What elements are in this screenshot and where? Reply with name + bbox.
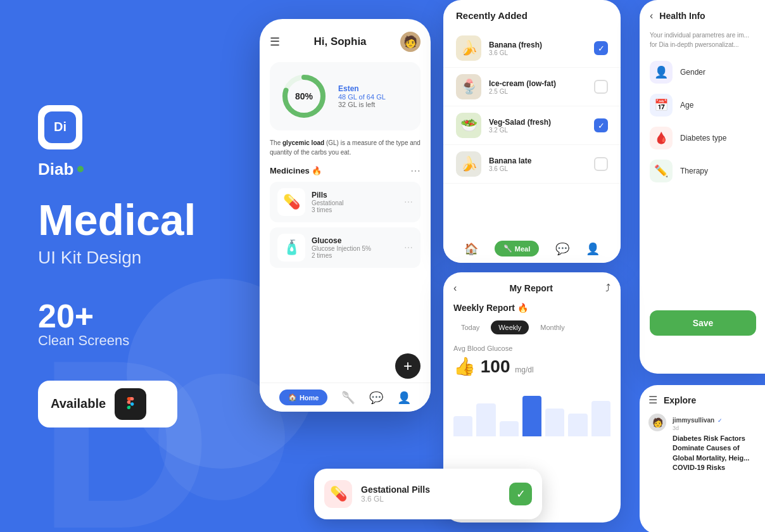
- vegsalad-info: Veg-Salad (fresh) 3.2 GL: [489, 118, 594, 134]
- pill-check-button[interactable]: ✓: [509, 483, 532, 505]
- figma-icon: [115, 388, 146, 420]
- panel-health-info: ‹ Health Info Your individual parametres…: [640, 0, 765, 374]
- donut-chart: 80%: [279, 71, 329, 122]
- tab-monthly[interactable]: Monthly: [533, 320, 572, 334]
- nav-home-button[interactable]: 🏠 Home: [279, 390, 328, 405]
- glucose-icon: 🧴: [277, 234, 305, 262]
- logo-green-dot: [77, 166, 84, 172]
- ra-nav-profile-icon[interactable]: 👤: [586, 242, 600, 256]
- med-card-glucose: 🧴 Glucose Glucose Injection 5% 2 times ⋯: [270, 227, 420, 268]
- age-icon: 📅: [654, 98, 668, 112]
- pill-info: Gestational Pills 3.6 GL: [361, 484, 500, 504]
- recently-added-title: Recently Added: [456, 10, 528, 21]
- age-icon-box: 📅: [650, 94, 673, 117]
- health-title: Health Info: [659, 11, 705, 21]
- more-dots-icon[interactable]: ⋯: [410, 165, 420, 177]
- banana-late-info: Banana late 3.6 GL: [489, 156, 594, 172]
- health-back-row: ‹ Health Info: [650, 10, 756, 22]
- home-icon: 🏠: [288, 393, 297, 402]
- banana-fresh-checkbox[interactable]: ✓: [594, 41, 608, 55]
- diabetes-label: Diabetes type: [680, 134, 726, 142]
- subheadline-ui: UI Kit Design: [38, 248, 241, 268]
- avg-number: 100: [481, 357, 510, 376]
- explore-article: 🧑 jimmysullivan ✓ 3d Diabetes Risk Facto…: [648, 414, 757, 473]
- glucose-med-name: Glucose: [312, 236, 398, 245]
- icecream-info: Ice-cream (low-fat) 2.5 GL: [489, 79, 594, 95]
- phone-main: ☰ Hi, Sophia 🧑 80% Esten 48 GL of 64 GL …: [260, 19, 431, 412]
- vegsalad-img: 🥗: [456, 113, 481, 138]
- app-logo-container: Di: [38, 105, 82, 149]
- article-author-row: jimmysullivan ✓: [673, 414, 757, 425]
- save-button[interactable]: Save: [650, 310, 756, 336]
- pills-more-icon[interactable]: ⋯: [404, 197, 413, 207]
- nav-meal-icon[interactable]: 🥄: [341, 391, 355, 405]
- bar-chart: [453, 386, 610, 436]
- pill-name: Gestational Pills: [361, 484, 500, 495]
- greeting-text: Hi, Sophia: [313, 35, 366, 48]
- recently-added-header: Recently Added: [443, 0, 621, 29]
- nav-profile-icon[interactable]: 👤: [397, 391, 411, 405]
- home-label: Home: [300, 394, 319, 402]
- explore-hamburger-icon[interactable]: ☰: [648, 394, 657, 406]
- verified-badge-icon: ✓: [718, 417, 723, 424]
- pill-gl: 3.6 GL: [361, 495, 500, 504]
- available-text: Available: [51, 396, 106, 411]
- fab-add-button[interactable]: +: [395, 353, 420, 379]
- article-author-name: jimmysullivan: [673, 417, 714, 424]
- panel-recently-added: Recently Added 🍌 Banana (fresh) 3.6 GL ✓…: [443, 0, 621, 263]
- screens-count: 20+: [38, 300, 241, 332]
- explore-header: ☰ Explore: [648, 394, 757, 406]
- glucose-left: 32 GL is left: [338, 101, 412, 108]
- ra-nav-chat-icon[interactable]: 💬: [555, 242, 569, 256]
- diabetes-icon-box: 🩸: [650, 127, 673, 149]
- nav-chat-icon[interactable]: 💬: [369, 391, 383, 405]
- health-back-arrow[interactable]: ‹: [650, 10, 653, 22]
- avg-blood-glucose-label: Avg Blood Glucose: [453, 345, 610, 352]
- meal-label: Meal: [515, 245, 530, 253]
- food-item-icecream: 🍨 Ice-cream (low-fat) 2.5 GL: [443, 68, 621, 106]
- vegsalad-checkbox[interactable]: ✓: [594, 118, 608, 132]
- banana-late-checkbox[interactable]: [594, 157, 608, 171]
- bar-2: [476, 403, 495, 436]
- ra-nav-home-icon[interactable]: 🏠: [464, 242, 478, 256]
- report-share-icon[interactable]: ⤴: [605, 282, 610, 294]
- hamburger-icon[interactable]: ☰: [270, 35, 280, 49]
- medicines-header: Medicines 🔥 ⋯: [270, 165, 420, 177]
- icecream-gl: 2.5 GL: [489, 88, 594, 95]
- tab-today[interactable]: Today: [453, 320, 487, 334]
- meal-button[interactable]: 🥄 Meal: [495, 241, 539, 256]
- recently-added-nav: 🏠 🥄 Meal 💬 👤: [443, 234, 621, 263]
- weekly-report-title: Weekly Report 🔥: [453, 303, 610, 313]
- explore-title: Explore: [664, 395, 696, 405]
- phone-bottom-nav: 🏠 Home 🥄 💬 👤: [260, 383, 431, 412]
- article-title-text: Diabetes Risk Factors Dominate Causes of…: [673, 434, 757, 473]
- report-back-arrow[interactable]: ‹: [453, 282, 457, 294]
- health-item-diabetes: 🩸 Diabetes type: [650, 127, 756, 149]
- food-item-banana-fresh: 🍌 Banana (fresh) 3.6 GL ✓: [443, 29, 621, 68]
- article-time: 3d: [673, 425, 757, 431]
- pills-name: Pills: [312, 191, 398, 200]
- tab-weekly[interactable]: Weekly: [491, 320, 529, 334]
- glucose-percent: 80%: [295, 91, 313, 101]
- icecream-checkbox[interactable]: [594, 80, 608, 94]
- meal-icon: 🥄: [503, 244, 512, 253]
- app-logo-inner: Di: [44, 111, 76, 143]
- glycemic-description: The glycemic load (GL) is a measure of t…: [270, 138, 420, 157]
- med-card-pills: 💊 Pills Gestational 3 times ⋯: [270, 182, 420, 222]
- esten-name: Esten: [338, 84, 412, 93]
- panel-explore: ☰ Explore 🧑 jimmysullivan ✓ 3d Diabetes …: [640, 385, 765, 532]
- food-item-banana-late: 🍌 Banana late 3.6 GL: [443, 145, 621, 184]
- report-header: ‹ My Report ⤴: [453, 282, 610, 294]
- save-label: Save: [693, 318, 714, 328]
- diabetes-icon: 🩸: [654, 131, 668, 145]
- glucose-card: 80% Esten 48 GL of 64 GL 32 GL is left: [270, 62, 420, 130]
- banana-fresh-name: Banana (fresh): [489, 41, 594, 49]
- glucose-med-info: Glucose Glucose Injection 5% 2 times: [312, 236, 398, 259]
- glucose-more-icon[interactable]: ⋯: [404, 243, 413, 253]
- glucose-med-times: 2 times: [312, 252, 398, 259]
- medicines-title: Medicines 🔥: [270, 166, 322, 175]
- food-item-vegsalad: 🥗 Veg-Salad (fresh) 3.2 GL ✓: [443, 106, 621, 145]
- gender-icon: 👤: [654, 65, 668, 79]
- therapy-icon-box: ✏️: [650, 160, 673, 182]
- bar-5: [545, 408, 564, 436]
